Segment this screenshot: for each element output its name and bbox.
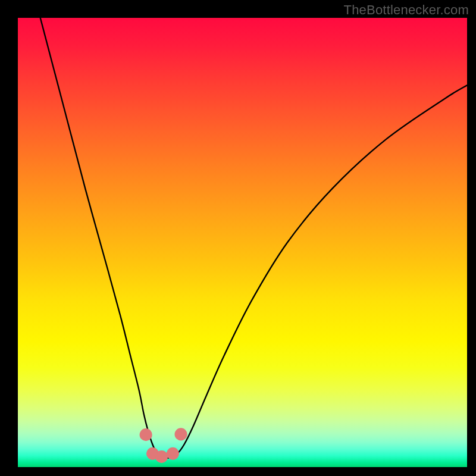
- marker-bottom-right: [167, 447, 179, 460]
- watermark-text: TheBottlenecker.com: [344, 2, 469, 18]
- marker-bottom-mid: [155, 450, 168, 463]
- plot-area: [18, 18, 467, 467]
- marker-group: [140, 428, 187, 463]
- curve-layer: [18, 18, 467, 467]
- chart-frame: TheBottlenecker.com: [0, 0, 476, 476]
- marker-left: [140, 428, 152, 441]
- marker-right: [174, 428, 187, 440]
- bottleneck-curve: [40, 18, 467, 458]
